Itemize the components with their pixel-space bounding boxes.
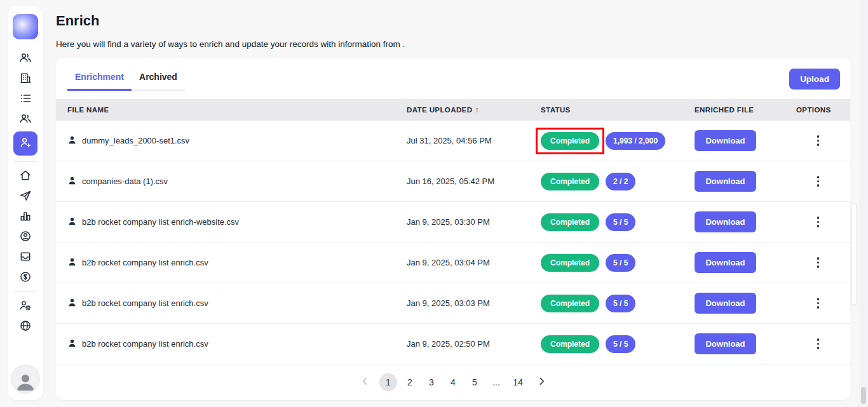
- status-badge: Completed: [541, 213, 599, 231]
- sidebar-divider: [14, 161, 37, 162]
- kebab-menu-icon[interactable]: [812, 213, 825, 231]
- date-uploaded: Jan 9, 2025, 03:04 PM: [407, 258, 541, 267]
- sidebar-item-profile[interactable]: [15, 227, 36, 247]
- status-badge: Completed: [541, 132, 599, 150]
- file-name-cell: dummy_leads_2000-set1.csv: [67, 135, 407, 147]
- card-toolbar: Enrichment Archived Upload: [56, 58, 850, 99]
- content-scrollbar-thumb[interactable]: [851, 203, 857, 305]
- status-badge-wrap: Completed: [541, 132, 599, 150]
- options-cell: [796, 132, 840, 150]
- count-badge: 2 / 2: [606, 173, 635, 190]
- file-name-cell: b2b rocket company list enrich.csv: [67, 298, 407, 309]
- status-badge-wrap: Completed: [541, 335, 599, 353]
- pagination-page-4[interactable]: 4: [444, 373, 462, 391]
- date-uploaded: Jan 9, 2025, 02:50 PM: [407, 339, 541, 349]
- status-badge: Completed: [541, 335, 599, 353]
- options-cell: [796, 295, 840, 312]
- download-button[interactable]: Download: [695, 333, 756, 354]
- column-header-date-uploaded[interactable]: DATE UPLOADED ↑: [407, 105, 541, 114]
- sidebar-item-web[interactable]: [15, 316, 36, 337]
- user-circle-icon: [19, 230, 32, 244]
- page-subtitle: Here you will find a variety of ways to …: [56, 39, 858, 49]
- inbox-icon: [19, 250, 32, 265]
- status-cell: Completed 2 / 2: [541, 173, 695, 190]
- chevron-right-icon: [537, 377, 546, 388]
- pagination-next-button[interactable]: [532, 373, 550, 391]
- sidebar-item-inbox[interactable]: [15, 247, 36, 267]
- table-header: FILE NAME DATE UPLOADED ↑ STATUS ENRICHE…: [56, 99, 850, 121]
- count-badge: 5 / 5: [606, 213, 635, 231]
- download-button[interactable]: Download: [695, 171, 756, 192]
- person-icon: [67, 176, 77, 187]
- file-name-cell: b2b rocket company list enrich-website.c…: [67, 217, 407, 228]
- person-silhouette-icon: [15, 371, 36, 392]
- status-cell: Completed 5 / 5: [541, 335, 695, 353]
- file-name-cell: b2b rocket company list enrich.csv: [67, 257, 407, 269]
- page-scrollbar-thumb[interactable]: [861, 387, 866, 404]
- users-icon: [19, 51, 32, 66]
- users-icon: [19, 112, 32, 127]
- sidebar-item-contacts[interactable]: [15, 48, 36, 69]
- table-row: b2b rocket company list enrich.csv Jan 9…: [56, 283, 850, 324]
- options-cell: [796, 213, 840, 231]
- person-icon: [67, 298, 77, 309]
- app-logo[interactable]: [13, 14, 38, 39]
- kebab-menu-icon[interactable]: [812, 132, 825, 150]
- app-screen: Enrich Here you will find a variety of w…: [0, 0, 868, 407]
- sidebar-item-leads[interactable]: [15, 109, 36, 130]
- person-icon: [67, 217, 77, 228]
- kebab-menu-icon[interactable]: [812, 254, 825, 272]
- sidebar-item-analytics[interactable]: [15, 206, 36, 227]
- pagination-page-14[interactable]: 14: [509, 373, 527, 391]
- file-name-cell: b2b rocket company list enrich.csv: [67, 338, 407, 350]
- tab-enrichment[interactable]: Enrichment: [67, 66, 132, 91]
- pagination-page-5[interactable]: 5: [466, 373, 484, 391]
- download-button[interactable]: Download: [695, 252, 756, 273]
- column-header-file-name: FILE NAME: [67, 106, 407, 114]
- enriched-file-cell: Download: [695, 211, 796, 232]
- date-uploaded: Jan 9, 2025, 03:30 PM: [407, 217, 541, 227]
- status-badge-wrap: Completed: [541, 173, 599, 190]
- send-icon: [19, 189, 32, 204]
- sidebar-item-companies[interactable]: [15, 69, 36, 89]
- sidebar-item-lists[interactable]: [15, 89, 36, 109]
- options-cell: [796, 335, 840, 353]
- count-badge: 5 / 5: [606, 254, 635, 272]
- sidebar-divider: [14, 291, 37, 292]
- chevron-left-icon: [360, 377, 370, 388]
- count-badge: 5 / 5: [606, 335, 635, 353]
- sidebar-item-user-settings[interactable]: [15, 296, 36, 316]
- table-body: dummy_leads_2000-set1.csv Jul 31, 2025, …: [56, 121, 850, 364]
- file-name: dummy_leads_2000-set1.csv: [82, 136, 189, 145]
- upload-button[interactable]: Upload: [789, 69, 840, 90]
- download-button[interactable]: Download: [695, 130, 756, 151]
- status-badge-wrap: Completed: [541, 213, 599, 231]
- pagination-page-1[interactable]: 1: [379, 373, 397, 391]
- kebab-menu-icon[interactable]: [812, 173, 825, 190]
- pagination-page-2[interactable]: 2: [401, 373, 419, 391]
- sidebar-item-campaigns[interactable]: [15, 186, 36, 206]
- sidebar-item-enrich[interactable]: [13, 131, 37, 156]
- user-avatar[interactable]: [11, 364, 40, 394]
- pagination-page-3[interactable]: 3: [423, 373, 440, 391]
- enriched-file-cell: Download: [695, 130, 796, 151]
- column-header-status: STATUS: [541, 106, 695, 114]
- pagination-pages: 12345...14: [377, 373, 529, 391]
- status-cell: Completed 5 / 5: [541, 254, 695, 272]
- pagination-prev-button[interactable]: [356, 373, 374, 391]
- home-icon: [19, 169, 32, 183]
- tab-archived[interactable]: Archived: [132, 66, 185, 91]
- page-scrollbar-track: [859, 0, 868, 407]
- sidebar-item-home[interactable]: [15, 166, 36, 186]
- column-header-enriched-file: ENRICHED FILE: [695, 106, 796, 114]
- globe-icon: [19, 319, 32, 334]
- download-button[interactable]: Download: [695, 293, 756, 314]
- enriched-file-cell: Download: [695, 293, 796, 314]
- date-uploaded: Jun 16, 2025, 05:42 PM: [407, 177, 541, 186]
- download-button[interactable]: Download: [695, 211, 756, 232]
- count-badge: 1,993 / 2,000: [606, 132, 665, 150]
- sidebar-item-billing[interactable]: [15, 267, 36, 288]
- kebab-menu-icon[interactable]: [812, 295, 825, 312]
- main-content: Enrich Here you will find a variety of w…: [56, 0, 858, 407]
- kebab-menu-icon[interactable]: [812, 335, 825, 353]
